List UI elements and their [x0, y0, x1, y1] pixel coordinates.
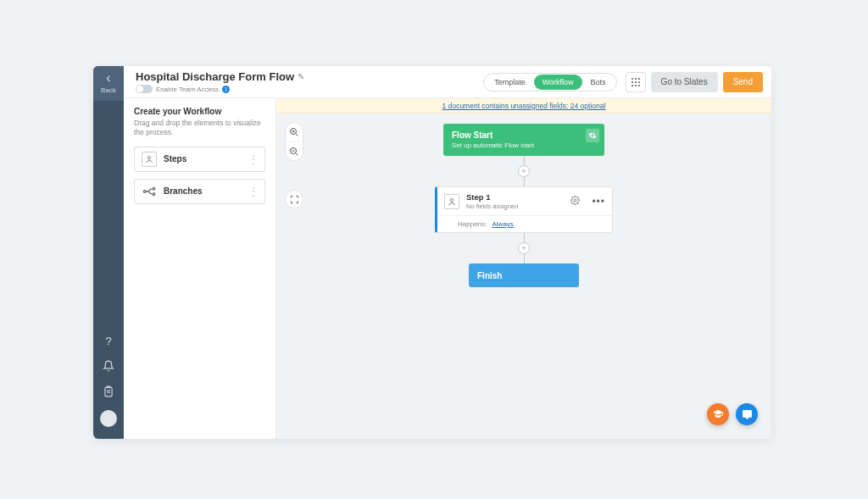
drag-handle-icon: ⋮: [248, 186, 258, 197]
left-rail: ‹ Back ?: [93, 66, 124, 439]
tab-template[interactable]: Template: [486, 75, 534, 90]
svg-point-7: [632, 85, 633, 86]
person-icon: [444, 194, 459, 209]
palette-steps-label: Steps: [164, 154, 186, 164]
warning-banner: 1 document contains unassigned fields: 2…: [276, 98, 771, 114]
flow-start-subtitle: Set up automatic Flow start: [452, 141, 596, 149]
info-icon[interactable]: i: [222, 86, 230, 93]
drag-handle-icon: ⋮: [248, 153, 258, 165]
svg-point-8: [635, 85, 637, 86]
send-button[interactable]: Send: [723, 72, 763, 92]
workflow-canvas[interactable]: 1 document contains unassigned fields: 2…: [276, 98, 771, 439]
svg-point-4: [632, 81, 633, 83]
apps-grid-icon[interactable]: [626, 72, 646, 92]
academy-button[interactable]: [707, 403, 729, 425]
tab-bots[interactable]: Bots: [582, 75, 615, 90]
zoom-in-button[interactable]: [286, 123, 303, 141]
svg-point-10: [147, 157, 150, 159]
warning-link[interactable]: 1 document contains unassigned fields: 2…: [442, 102, 606, 110]
avatar[interactable]: [100, 410, 117, 427]
back-label: Back: [101, 86, 116, 94]
flow-start-node[interactable]: Flow Start Set up automatic Flow start: [443, 124, 604, 156]
pencil-icon[interactable]: ✎: [298, 72, 304, 81]
gear-icon[interactable]: [570, 196, 580, 207]
header: Hospital Discharge Form Flow ✎ Enable Te…: [124, 66, 771, 98]
add-step-button[interactable]: +: [518, 242, 530, 254]
svg-point-17: [575, 199, 577, 202]
sidepanel-subtitle: Drag and drop the elements to visualize …: [134, 119, 265, 138]
zoom-control: [285, 122, 303, 161]
svg-point-3: [638, 78, 640, 80]
step-1-node[interactable]: Step 1 No fields assigned ••• Happens:: [435, 186, 613, 233]
svg-point-1: [632, 78, 633, 80]
clipboard-icon[interactable]: [102, 385, 115, 398]
step-subtitle: No fields assigned: [466, 202, 564, 210]
finish-label: Finish: [477, 271, 502, 280]
palette-branches-label: Branches: [164, 186, 203, 196]
zoom-out-button[interactable]: [286, 141, 303, 160]
svg-point-13: [153, 193, 155, 196]
back-button[interactable]: ‹ Back: [93, 66, 124, 101]
palette-steps[interactable]: Steps ⋮: [134, 147, 265, 172]
svg-point-9: [638, 85, 640, 86]
flow-start-title: Flow Start: [452, 130, 596, 140]
branch-icon: [142, 184, 157, 199]
gear-icon[interactable]: [586, 129, 599, 142]
team-access-toggle[interactable]: [136, 85, 153, 93]
view-switcher: Template Workflow Bots: [483, 73, 616, 91]
palette-branches[interactable]: Branches ⋮: [134, 179, 265, 204]
svg-point-11: [143, 191, 146, 193]
app-window: ‹ Back ? Hospital Discharge Form Flow ✎: [93, 66, 771, 439]
team-access-label: Enable Team Access: [156, 86, 219, 93]
svg-point-6: [638, 81, 640, 83]
help-icon[interactable]: ?: [102, 334, 115, 347]
finish-node[interactable]: Finish: [469, 263, 579, 287]
happens-value[interactable]: Always: [492, 220, 513, 228]
more-icon[interactable]: •••: [592, 196, 605, 208]
page-title: Hospital Discharge Form Flow: [136, 70, 294, 83]
svg-point-5: [635, 81, 637, 83]
svg-point-2: [635, 78, 637, 80]
side-panel: Create your Workflow Drag and drop the e…: [124, 98, 276, 439]
go-to-slates-button[interactable]: Go to Slates: [651, 72, 718, 92]
chat-button[interactable]: [736, 403, 758, 425]
step-title: Step 1: [466, 192, 564, 202]
sidepanel-title: Create your Workflow: [134, 107, 265, 116]
flow-diagram: Flow Start Set up automatic Flow start +: [431, 124, 617, 287]
tab-workflow[interactable]: Workflow: [534, 75, 582, 90]
happens-label: Happens:: [458, 220, 487, 228]
svg-point-16: [450, 198, 453, 201]
chevron-left-icon: ‹: [106, 71, 110, 85]
bell-icon[interactable]: [102, 359, 115, 373]
person-icon: [142, 152, 157, 167]
fit-screen-button[interactable]: [285, 190, 303, 208]
svg-point-12: [153, 187, 155, 190]
add-step-button[interactable]: +: [518, 165, 530, 177]
